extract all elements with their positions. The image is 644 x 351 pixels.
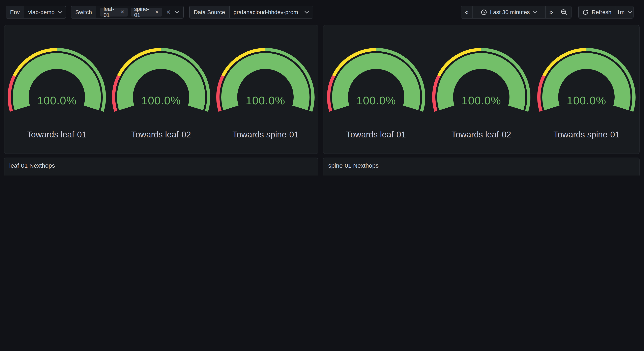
remove-tag-icon[interactable]: ✕ — [120, 9, 124, 15]
gauge-value: 100.0% — [246, 94, 285, 107]
gauge-value: 100.0% — [141, 94, 181, 107]
variable-env-label: Env — [6, 6, 24, 18]
panel-top-left: 100.0% Towards leaf-01 100.0% Towards le… — [4, 25, 318, 154]
gauge-label: Towards spine-01 — [554, 129, 620, 140]
gauge-label: Towards spine-01 — [232, 129, 299, 140]
gauge: 100.0% Towards leaf-01 — [4, 48, 109, 140]
chevron-down-icon — [533, 11, 538, 14]
magnifier-minus-icon — [561, 9, 568, 16]
variable-env: Env vlab-demo — [6, 6, 66, 19]
refresh-controls: Refresh 1m — [578, 6, 634, 19]
gauge: 100.0% Towards leaf-01 — [324, 48, 429, 140]
gauge-arc: 100.0% — [215, 48, 316, 115]
refresh-interval-value: 1m — [617, 9, 625, 15]
variable-datasource-selected: grafanacloud-hhdev-prom — [234, 9, 298, 15]
zoom-out-time-button[interactable] — [556, 6, 571, 18]
clock-icon — [481, 9, 487, 15]
gauge-label: Towards leaf-01 — [27, 129, 86, 140]
chevron-down-icon — [304, 11, 309, 14]
refresh-interval-dropdown[interactable]: 1m — [615, 6, 634, 18]
switch-tag-text: leaf-01 — [104, 6, 118, 18]
gauge: 100.0% Towards leaf-02 — [429, 48, 534, 140]
variable-datasource-value[interactable]: grafanacloud-hhdev-prom — [230, 6, 313, 18]
gauge-row: 100.0% Towards leaf-01 100.0% Towards le… — [324, 48, 639, 140]
double-chevron-left-icon: « — [465, 9, 468, 15]
double-chevron-right-icon: » — [549, 9, 553, 15]
gauge-arc: 100.0% — [6, 48, 107, 115]
gauge-value: 100.0% — [356, 94, 396, 107]
panel-title[interactable]: leaf-01 Nexthops — [9, 162, 313, 169]
switch-tag-spine-01[interactable]: spine-01 ✕ — [131, 8, 162, 17]
chevron-down-icon — [628, 11, 632, 14]
gauge-label: Towards leaf-02 — [131, 129, 191, 140]
gauge-arc: 100.0% — [111, 48, 212, 115]
refresh-button[interactable]: Refresh — [579, 6, 615, 18]
time-controls: « Last 30 minutes » — [461, 6, 572, 19]
time-range-label: Last 30 minutes — [490, 9, 530, 15]
panel-top-right: 100.0% Towards leaf-01 100.0% Towards le… — [323, 25, 640, 154]
remove-tag-icon[interactable]: ✕ — [155, 9, 159, 15]
gauge: 100.0% Towards spine-01 — [534, 48, 639, 140]
variable-switch: Switch leaf-01 ✕ spine-01 ✕ ✕ — [71, 6, 184, 19]
grafana-dashboard: Env vlab-demo Switch leaf-01 ✕ spine-01 … — [0, 0, 644, 176]
variable-switch-value[interactable]: leaf-01 ✕ spine-01 ✕ ✕ — [96, 6, 183, 18]
variable-switch-label: Switch — [71, 6, 96, 18]
gauge-label: Towards leaf-01 — [346, 129, 406, 140]
gauge-arc: 100.0% — [431, 48, 532, 115]
panel-header: leaf-01 Nexthops — [4, 158, 318, 169]
clear-all-icon[interactable]: ✕ — [165, 9, 172, 15]
gauge-arc: 100.0% — [326, 48, 426, 115]
gauge: 100.0% Towards leaf-02 — [109, 48, 214, 140]
gauge-row: 100.0% Towards leaf-01 100.0% Towards le… — [4, 48, 318, 140]
dashboard-toolbar: Env vlab-demo Switch leaf-01 ✕ spine-01 … — [0, 0, 644, 25]
refresh-icon — [582, 9, 588, 15]
gauge-value: 100.0% — [567, 94, 606, 107]
variable-datasource-label: Data Source — [190, 6, 230, 18]
gauge-value: 100.0% — [37, 94, 76, 107]
chevron-down-icon[interactable] — [175, 11, 179, 14]
refresh-label: Refresh — [592, 9, 612, 15]
variable-env-selected: vlab-demo — [28, 9, 54, 15]
time-shift-forward-button[interactable]: » — [545, 6, 556, 18]
chevron-down-icon — [58, 11, 62, 14]
gauge: 100.0% Towards spine-01 — [213, 48, 318, 140]
gauge-label: Towards leaf-02 — [452, 129, 511, 140]
panel-leaf-01-nexthops: leaf-01 Nexthops 100.0% Towards leaf-01 … — [4, 158, 318, 176]
switch-tag-leaf-01[interactable]: leaf-01 ✕ — [100, 8, 128, 17]
variable-datasource: Data Source grafanacloud-hhdev-prom — [189, 6, 313, 19]
panel-header: spine-01 Nexthops — [324, 158, 639, 169]
time-range-picker[interactable]: Last 30 minutes — [472, 6, 545, 18]
panel-title[interactable]: spine-01 Nexthops — [328, 162, 634, 169]
variable-env-value[interactable]: vlab-demo — [24, 6, 66, 18]
gauge-arc: 100.0% — [536, 48, 637, 115]
time-shift-back-button[interactable]: « — [461, 6, 472, 18]
gauge-value: 100.0% — [462, 94, 501, 107]
switch-tag-text: spine-01 — [134, 6, 152, 18]
panel-spine-01-nexthops: spine-01 Nexthops 100.0% Towards leaf-01… — [323, 158, 640, 176]
